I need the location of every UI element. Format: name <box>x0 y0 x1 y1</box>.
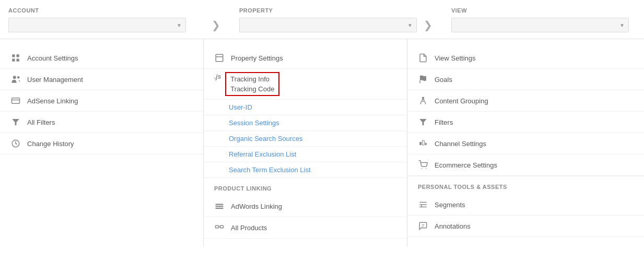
svg-line-19 <box>421 99 423 101</box>
user-id-item[interactable]: User-ID <box>204 100 407 115</box>
user-management-item[interactable]: User Management <box>0 69 203 90</box>
ecommerce-settings-item[interactable]: Ecommerce Settings <box>407 154 644 176</box>
adwords-icon <box>214 201 225 211</box>
goals-label: Goals <box>435 76 452 84</box>
user-id-label: User-ID <box>229 103 252 111</box>
search-term-exclusion-label: Search Term Exclusion List <box>229 166 311 174</box>
product-linking-label: PRODUCT LINKING <box>204 178 407 196</box>
svg-rect-15 <box>220 225 224 228</box>
segments-label: Segments <box>435 201 465 209</box>
property-dropdown[interactable] <box>239 18 417 32</box>
svg-point-4 <box>13 76 16 79</box>
session-settings-label: Session Settings <box>229 119 279 127</box>
svg-point-26 <box>426 168 427 169</box>
svg-point-25 <box>421 168 423 169</box>
property-column-header: PROPERTY ▼ <box>220 7 424 32</box>
organic-search-label: Organic Search Sources <box>229 135 303 142</box>
view-column: View Settings Goals Content Grouping Fil… <box>407 39 644 247</box>
svg-marker-7 <box>12 119 19 125</box>
segments-item[interactable]: Segments <box>407 194 644 216</box>
content-grouping-item[interactable]: Content Grouping <box>407 90 644 112</box>
channel-settings-item[interactable]: Channel Settings <box>407 133 644 154</box>
change-history-label: Change History <box>27 140 74 148</box>
account-column: Account Settings User Management AdSense… <box>0 39 204 247</box>
all-products-label: All Products <box>231 224 267 232</box>
view-settings-label: View Settings <box>435 54 476 62</box>
channel-settings-label: Channel Settings <box>435 140 486 148</box>
property-settings-item[interactable]: Property Settings <box>204 47 407 69</box>
svg-rect-23 <box>423 140 425 145</box>
property-settings-label: Property Settings <box>231 54 283 62</box>
products-icon <box>214 222 225 233</box>
filter-icon <box>10 117 21 127</box>
svg-rect-13 <box>216 208 224 209</box>
referral-exclusion-item[interactable]: Referral Exclusion List <box>204 147 407 162</box>
session-settings-item[interactable]: Session Settings <box>204 115 407 131</box>
segments-icon <box>418 199 428 210</box>
account-settings-label: Account Settings <box>27 54 78 62</box>
goals-item[interactable]: Goals <box>407 69 644 90</box>
svg-rect-14 <box>216 225 219 228</box>
svg-rect-3 <box>17 59 19 62</box>
referral-exclusion-label: Referral Exclusion List <box>229 150 296 158</box>
filters-label: Filters <box>435 118 453 126</box>
tracking-code-item[interactable]: Tracking Code <box>230 85 274 93</box>
svg-rect-0 <box>12 54 15 57</box>
filters-item[interactable]: Filters <box>407 112 644 133</box>
adsense-linking-item[interactable]: AdSense Linking <box>0 90 203 112</box>
organic-search-item[interactable]: Organic Search Sources <box>204 131 407 147</box>
tracking-info-box: Tracking Info Tracking Code <box>225 72 279 96</box>
svg-rect-24 <box>425 143 427 146</box>
annotations-item[interactable]: Annotations <box>407 216 644 237</box>
ecommerce-settings-label: Ecommerce Settings <box>435 161 497 169</box>
person-icon <box>418 96 428 106</box>
grid-icon <box>10 53 21 63</box>
adwords-linking-item[interactable]: AdWords Linking <box>204 196 407 217</box>
property-column: Property Settings .js Tracking Info Trac… <box>204 39 407 247</box>
tracking-info-item[interactable]: Tracking Info <box>230 75 274 85</box>
content-grouping-label: Content Grouping <box>435 97 488 105</box>
svg-rect-6 <box>12 98 20 104</box>
view-settings-item[interactable]: View Settings <box>407 47 644 69</box>
personal-tools-label: PERSONAL TOOLS & ASSETS <box>407 176 644 194</box>
user-management-label: User Management <box>27 76 83 84</box>
cart-icon <box>418 160 428 170</box>
all-filters-label: All Filters <box>27 118 55 126</box>
adwords-linking-label: AdWords Linking <box>231 203 282 210</box>
annotations-label: Annotations <box>435 222 471 230</box>
svg-rect-11 <box>216 204 224 205</box>
adsense-icon <box>10 96 21 106</box>
svg-rect-1 <box>17 54 19 57</box>
columns-row: Account Settings User Management AdSense… <box>0 39 644 247</box>
svg-rect-22 <box>419 142 421 145</box>
all-products-item[interactable]: All Products <box>204 217 407 239</box>
account-label: ACCOUNT <box>8 7 212 14</box>
annotations-icon <box>418 221 428 231</box>
arrow-right-icon-2: ❯ <box>424 19 432 31</box>
change-history-item[interactable]: Change History <box>0 133 203 154</box>
users-icon <box>10 74 21 85</box>
filter-view-icon <box>418 117 428 127</box>
tracking-info-row: .js Tracking Info Tracking Code <box>204 69 407 100</box>
view-column-header: VIEW ▼ <box>432 7 636 32</box>
flag-icon <box>418 74 428 85</box>
svg-point-18 <box>422 97 425 100</box>
view-dropdown-container: ▼ <box>451 18 629 32</box>
clock-icon <box>10 138 21 149</box>
account-dropdown[interactable] <box>8 18 186 32</box>
svg-rect-12 <box>216 206 224 207</box>
search-term-exclusion-item[interactable]: Search Term Exclusion List <box>204 162 407 178</box>
property-label: PROPERTY <box>239 7 424 14</box>
account-settings-item[interactable]: Account Settings <box>0 47 203 69</box>
account-column-header: ACCOUNT ▼ <box>8 7 212 32</box>
arrow-right-icon: ❯ <box>212 19 220 31</box>
view-dropdown[interactable] <box>451 18 629 32</box>
svg-marker-21 <box>419 119 427 125</box>
property-icon <box>214 53 225 63</box>
all-filters-item[interactable]: All Filters <box>0 112 203 133</box>
account-to-property-arrow: ❯ <box>212 19 220 33</box>
svg-rect-2 <box>12 59 15 62</box>
svg-rect-9 <box>216 54 223 62</box>
doc-icon <box>418 53 428 63</box>
view-label: VIEW <box>451 7 636 14</box>
